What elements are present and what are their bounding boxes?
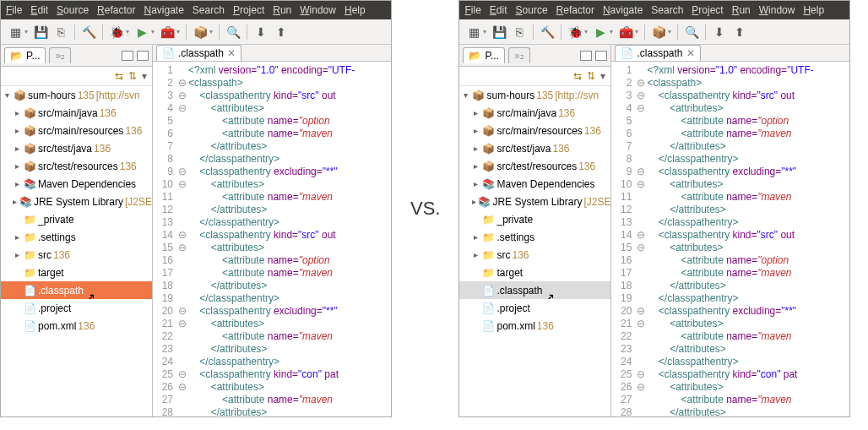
- tree-item-src-main-resources[interactable]: ▸ 📦 src/main/resources 136: [459, 122, 610, 139]
- code-line[interactable]: 7 </attributes>: [611, 139, 849, 152]
- save-all-icon[interactable]: ⎘: [52, 23, 70, 41]
- code-line[interactable]: 12 </attributes>: [153, 203, 391, 215]
- code-line[interactable]: 16 <attribute name="option: [611, 253, 849, 266]
- fold-icon[interactable]: ⊖: [635, 242, 647, 253]
- code-line[interactable]: 22 <attribute name="maven: [611, 329, 849, 342]
- tree-item-src[interactable]: ▸ 📁 src 136: [459, 246, 610, 264]
- build-icon[interactable]: 🔨: [79, 23, 98, 41]
- code-line[interactable]: 5 <attribute name="option: [153, 114, 391, 127]
- tab-overflow[interactable]: »₂: [508, 47, 530, 63]
- code-line[interactable]: 25 ⊖ <classpathentry kind="con" pat: [153, 367, 391, 380]
- save-icon[interactable]: 💾: [31, 23, 50, 41]
- tree-item--private[interactable]: 📁 _private: [1, 210, 152, 228]
- expand-icon[interactable]: ▸: [471, 161, 480, 171]
- fold-icon[interactable]: ⊖: [635, 381, 647, 393]
- code-line[interactable]: 27 <attribute name="maven: [153, 393, 391, 406]
- expand-icon[interactable]: ▸: [471, 179, 480, 188]
- code-line[interactable]: 12 </attributes>: [611, 203, 849, 215]
- tab-overflow[interactable]: »₂: [49, 47, 71, 63]
- code-line[interactable]: 24 </classpathentry>: [611, 355, 849, 367]
- code-line[interactable]: 4 ⊖ <attributes>: [611, 101, 849, 114]
- open-type-icon[interactable]: 🔍: [682, 23, 701, 41]
- tree-item-src-test-resources[interactable]: ▸ 📦 src/test/resources 136: [1, 157, 152, 175]
- new-package-icon[interactable]: 📦: [649, 23, 668, 41]
- menu-search[interactable]: Search: [193, 4, 225, 16]
- code-line[interactable]: 9 ⊖ <classpathentry excluding="**": [153, 165, 391, 177]
- code-line[interactable]: 3 ⊖ <classpathentry kind="src" out: [611, 89, 849, 101]
- link-editor-icon[interactable]: ⇅: [128, 70, 137, 82]
- menu-file[interactable]: File: [464, 4, 480, 16]
- code-line[interactable]: 2 ⊖ <classpath>: [153, 76, 391, 89]
- view-menu-icon[interactable]: ▾: [142, 70, 147, 82]
- code-line[interactable]: 18 </attributes>: [153, 279, 391, 291]
- expand-icon[interactable]: ▸: [471, 126, 480, 135]
- menu-edit[interactable]: Edit: [490, 4, 507, 16]
- fold-icon[interactable]: ⊖: [176, 229, 188, 241]
- menu-run[interactable]: Run: [273, 4, 291, 16]
- fold-icon[interactable]: ⊖: [176, 242, 188, 253]
- expand-icon[interactable]: ▾: [3, 90, 11, 100]
- collapse-all-icon[interactable]: ⇆: [115, 70, 123, 82]
- code-line[interactable]: 17 <attribute name="maven: [153, 266, 391, 279]
- code-line[interactable]: 6 <attribute name="maven: [153, 127, 391, 139]
- tree-item-sum-hours[interactable]: ▾ 📦 sum-hours 135 [http://svn: [459, 86, 610, 104]
- expand-icon[interactable]: ▾: [461, 90, 469, 100]
- expand-icon[interactable]: ▸: [471, 108, 480, 117]
- code-line[interactable]: 24 </classpathentry>: [153, 355, 391, 367]
- code-line[interactable]: 21 ⊖ <attributes>: [153, 317, 391, 329]
- tree-item--settings[interactable]: ▸ 📁 .settings: [459, 228, 610, 246]
- fold-icon[interactable]: ⊖: [635, 166, 647, 177]
- menu-navigate[interactable]: Navigate: [144, 4, 183, 16]
- code-line[interactable]: 20 ⊖ <classpathentry excluding="**": [611, 304, 849, 317]
- tree-item-target[interactable]: 📁 target: [459, 264, 610, 281]
- run-icon[interactable]: ▶: [133, 23, 151, 41]
- code-line[interactable]: 23 </attributes>: [153, 342, 391, 355]
- fold-icon[interactable]: ⊖: [176, 90, 188, 101]
- code-editor[interactable]: 1 <?xml version="1.0" encoding="UTF- 2 ⊖…: [611, 62, 849, 416]
- fold-icon[interactable]: ⊖: [176, 178, 188, 190]
- view-menu-icon[interactable]: ▾: [600, 70, 605, 82]
- code-line[interactable]: 10 ⊖ <attributes>: [611, 177, 849, 190]
- fold-icon[interactable]: ⊖: [176, 368, 188, 380]
- expand-icon[interactable]: ▸: [471, 232, 480, 242]
- code-line[interactable]: 8 </classpathentry>: [153, 152, 391, 165]
- code-line[interactable]: 28 </attributes>: [611, 406, 849, 416]
- expand-icon[interactable]: ▸: [471, 144, 480, 153]
- tree-item-maven-dependencies[interactable]: ▸ 📚 Maven Dependencies: [459, 175, 610, 193]
- code-line[interactable]: 28 </attributes>: [153, 406, 391, 416]
- code-line[interactable]: 27 <attribute name="maven: [611, 393, 849, 406]
- save-all-icon[interactable]: ⎘: [510, 23, 529, 41]
- expand-icon[interactable]: ▸: [13, 250, 21, 259]
- svn-in-icon[interactable]: ⬇: [252, 23, 270, 41]
- maximize-view-icon[interactable]: [595, 51, 607, 61]
- menu-refactor[interactable]: Refactor: [556, 4, 594, 16]
- menu-search[interactable]: Search: [651, 4, 683, 16]
- tree-item-pom-xml[interactable]: 📄 pom.xml 136: [1, 317, 152, 335]
- expand-icon[interactable]: ▸: [13, 179, 21, 188]
- ext-tools-icon[interactable]: 🧰: [158, 23, 176, 41]
- svn-in-icon[interactable]: ⬇: [710, 23, 729, 41]
- fold-icon[interactable]: ⊖: [176, 305, 188, 317]
- code-line[interactable]: 14 ⊖ <classpathentry kind="src" out: [153, 228, 391, 241]
- minimize-view-icon[interactable]: [580, 51, 592, 61]
- build-icon[interactable]: 🔨: [538, 23, 556, 41]
- tree-item--private[interactable]: 📁 _private: [459, 210, 610, 228]
- fold-icon[interactable]: ⊖: [635, 318, 647, 329]
- menu-file[interactable]: File: [6, 4, 22, 16]
- collapse-all-icon[interactable]: ⇆: [573, 70, 582, 82]
- fold-icon[interactable]: ⊖: [635, 229, 647, 241]
- expand-icon[interactable]: ▸: [13, 232, 21, 242]
- tree-item--classpath[interactable]: 📄 .classpath: [1, 281, 152, 299]
- close-icon[interactable]: ✕: [227, 47, 236, 59]
- menu-source[interactable]: Source: [516, 4, 548, 16]
- code-line[interactable]: 4 ⊖ <attributes>: [153, 101, 391, 114]
- code-line[interactable]: 23 </attributes>: [611, 342, 849, 355]
- code-line[interactable]: 19 </classpathentry>: [153, 291, 391, 304]
- code-line[interactable]: 17 <attribute name="maven: [611, 266, 849, 279]
- tree-item-src-test-resources[interactable]: ▸ 📦 src/test/resources 136: [459, 157, 610, 175]
- fold-icon[interactable]: ⊖: [176, 102, 188, 114]
- code-line[interactable]: 16 <attribute name="option: [153, 253, 391, 266]
- code-line[interactable]: 26 ⊖ <attributes>: [153, 380, 391, 393]
- code-line[interactable]: 22 <attribute name="maven: [153, 329, 391, 342]
- menu-window[interactable]: Window: [300, 4, 336, 16]
